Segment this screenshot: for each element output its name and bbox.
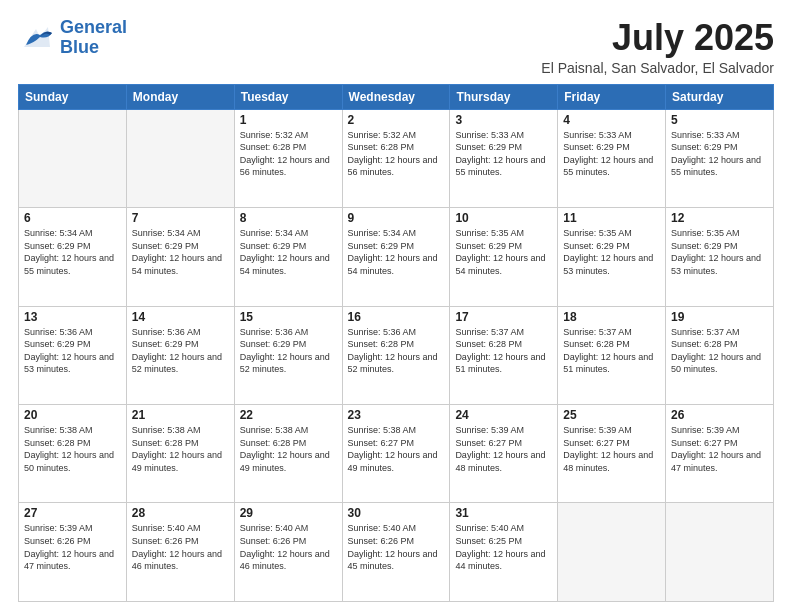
day-info: Sunrise: 5:36 AM Sunset: 6:29 PM Dayligh… [24,326,121,376]
day-info: Sunrise: 5:36 AM Sunset: 6:29 PM Dayligh… [240,326,337,376]
weekday-friday: Friday [558,84,666,109]
day-cell: 1Sunrise: 5:32 AM Sunset: 6:28 PM Daylig… [234,109,342,207]
day-cell: 31Sunrise: 5:40 AM Sunset: 6:25 PM Dayli… [450,503,558,602]
header: General Blue July 2025 El Paisnal, San S… [18,18,774,76]
day-number: 1 [240,113,337,127]
day-number: 25 [563,408,660,422]
day-cell: 24Sunrise: 5:39 AM Sunset: 6:27 PM Dayli… [450,405,558,503]
day-info: Sunrise: 5:38 AM Sunset: 6:28 PM Dayligh… [240,424,337,474]
weekday-saturday: Saturday [666,84,774,109]
day-cell: 23Sunrise: 5:38 AM Sunset: 6:27 PM Dayli… [342,405,450,503]
day-cell: 13Sunrise: 5:36 AM Sunset: 6:29 PM Dayli… [19,306,127,404]
day-cell: 20Sunrise: 5:38 AM Sunset: 6:28 PM Dayli… [19,405,127,503]
day-info: Sunrise: 5:35 AM Sunset: 6:29 PM Dayligh… [671,227,768,277]
day-info: Sunrise: 5:38 AM Sunset: 6:28 PM Dayligh… [132,424,229,474]
calendar-table: SundayMondayTuesdayWednesdayThursdayFrid… [18,84,774,602]
day-info: Sunrise: 5:40 AM Sunset: 6:26 PM Dayligh… [348,522,445,572]
logo-line1: General [60,18,127,38]
day-number: 8 [240,211,337,225]
weekday-wednesday: Wednesday [342,84,450,109]
day-info: Sunrise: 5:35 AM Sunset: 6:29 PM Dayligh… [563,227,660,277]
day-number: 2 [348,113,445,127]
day-number: 22 [240,408,337,422]
day-number: 19 [671,310,768,324]
logo: General Blue [18,18,127,58]
day-info: Sunrise: 5:37 AM Sunset: 6:28 PM Dayligh… [671,326,768,376]
day-info: Sunrise: 5:39 AM Sunset: 6:27 PM Dayligh… [671,424,768,474]
logo-svg [18,19,56,57]
day-cell: 12Sunrise: 5:35 AM Sunset: 6:29 PM Dayli… [666,208,774,306]
weekday-header-row: SundayMondayTuesdayWednesdayThursdayFrid… [19,84,774,109]
day-cell: 29Sunrise: 5:40 AM Sunset: 6:26 PM Dayli… [234,503,342,602]
day-number: 7 [132,211,229,225]
day-number: 16 [348,310,445,324]
day-cell: 6Sunrise: 5:34 AM Sunset: 6:29 PM Daylig… [19,208,127,306]
day-info: Sunrise: 5:39 AM Sunset: 6:27 PM Dayligh… [455,424,552,474]
location: El Paisnal, San Salvador, El Salvador [541,60,774,76]
day-cell: 8Sunrise: 5:34 AM Sunset: 6:29 PM Daylig… [234,208,342,306]
day-info: Sunrise: 5:33 AM Sunset: 6:29 PM Dayligh… [455,129,552,179]
day-number: 12 [671,211,768,225]
day-number: 24 [455,408,552,422]
day-info: Sunrise: 5:33 AM Sunset: 6:29 PM Dayligh… [563,129,660,179]
day-info: Sunrise: 5:34 AM Sunset: 6:29 PM Dayligh… [24,227,121,277]
day-number: 23 [348,408,445,422]
day-cell: 26Sunrise: 5:39 AM Sunset: 6:27 PM Dayli… [666,405,774,503]
week-row-4: 20Sunrise: 5:38 AM Sunset: 6:28 PM Dayli… [19,405,774,503]
day-info: Sunrise: 5:37 AM Sunset: 6:28 PM Dayligh… [455,326,552,376]
day-number: 29 [240,506,337,520]
day-info: Sunrise: 5:33 AM Sunset: 6:29 PM Dayligh… [671,129,768,179]
day-cell: 5Sunrise: 5:33 AM Sunset: 6:29 PM Daylig… [666,109,774,207]
title-block: July 2025 El Paisnal, San Salvador, El S… [541,18,774,76]
day-info: Sunrise: 5:32 AM Sunset: 6:28 PM Dayligh… [240,129,337,179]
day-info: Sunrise: 5:40 AM Sunset: 6:25 PM Dayligh… [455,522,552,572]
day-cell: 22Sunrise: 5:38 AM Sunset: 6:28 PM Dayli… [234,405,342,503]
week-row-1: 1Sunrise: 5:32 AM Sunset: 6:28 PM Daylig… [19,109,774,207]
weekday-thursday: Thursday [450,84,558,109]
day-number: 10 [455,211,552,225]
day-number: 13 [24,310,121,324]
day-number: 26 [671,408,768,422]
day-number: 20 [24,408,121,422]
day-cell: 25Sunrise: 5:39 AM Sunset: 6:27 PM Dayli… [558,405,666,503]
day-cell: 17Sunrise: 5:37 AM Sunset: 6:28 PM Dayli… [450,306,558,404]
day-number: 27 [24,506,121,520]
day-info: Sunrise: 5:38 AM Sunset: 6:28 PM Dayligh… [24,424,121,474]
day-info: Sunrise: 5:34 AM Sunset: 6:29 PM Dayligh… [132,227,229,277]
day-cell [558,503,666,602]
day-cell: 2Sunrise: 5:32 AM Sunset: 6:28 PM Daylig… [342,109,450,207]
day-cell: 14Sunrise: 5:36 AM Sunset: 6:29 PM Dayli… [126,306,234,404]
day-info: Sunrise: 5:39 AM Sunset: 6:26 PM Dayligh… [24,522,121,572]
week-row-2: 6Sunrise: 5:34 AM Sunset: 6:29 PM Daylig… [19,208,774,306]
day-cell: 7Sunrise: 5:34 AM Sunset: 6:29 PM Daylig… [126,208,234,306]
day-number: 21 [132,408,229,422]
day-info: Sunrise: 5:36 AM Sunset: 6:29 PM Dayligh… [132,326,229,376]
day-info: Sunrise: 5:34 AM Sunset: 6:29 PM Dayligh… [240,227,337,277]
day-number: 30 [348,506,445,520]
day-info: Sunrise: 5:36 AM Sunset: 6:28 PM Dayligh… [348,326,445,376]
day-number: 5 [671,113,768,127]
day-info: Sunrise: 5:40 AM Sunset: 6:26 PM Dayligh… [132,522,229,572]
day-number: 28 [132,506,229,520]
day-info: Sunrise: 5:32 AM Sunset: 6:28 PM Dayligh… [348,129,445,179]
day-cell: 21Sunrise: 5:38 AM Sunset: 6:28 PM Dayli… [126,405,234,503]
weekday-sunday: Sunday [19,84,127,109]
day-cell: 3Sunrise: 5:33 AM Sunset: 6:29 PM Daylig… [450,109,558,207]
weekday-tuesday: Tuesday [234,84,342,109]
day-cell: 30Sunrise: 5:40 AM Sunset: 6:26 PM Dayli… [342,503,450,602]
week-row-5: 27Sunrise: 5:39 AM Sunset: 6:26 PM Dayli… [19,503,774,602]
day-number: 15 [240,310,337,324]
day-cell: 16Sunrise: 5:36 AM Sunset: 6:28 PM Dayli… [342,306,450,404]
day-info: Sunrise: 5:35 AM Sunset: 6:29 PM Dayligh… [455,227,552,277]
day-info: Sunrise: 5:38 AM Sunset: 6:27 PM Dayligh… [348,424,445,474]
day-cell: 19Sunrise: 5:37 AM Sunset: 6:28 PM Dayli… [666,306,774,404]
day-info: Sunrise: 5:34 AM Sunset: 6:29 PM Dayligh… [348,227,445,277]
day-number: 11 [563,211,660,225]
day-cell: 18Sunrise: 5:37 AM Sunset: 6:28 PM Dayli… [558,306,666,404]
day-number: 17 [455,310,552,324]
day-cell: 11Sunrise: 5:35 AM Sunset: 6:29 PM Dayli… [558,208,666,306]
day-cell: 28Sunrise: 5:40 AM Sunset: 6:26 PM Dayli… [126,503,234,602]
day-cell [666,503,774,602]
day-cell: 10Sunrise: 5:35 AM Sunset: 6:29 PM Dayli… [450,208,558,306]
day-number: 3 [455,113,552,127]
